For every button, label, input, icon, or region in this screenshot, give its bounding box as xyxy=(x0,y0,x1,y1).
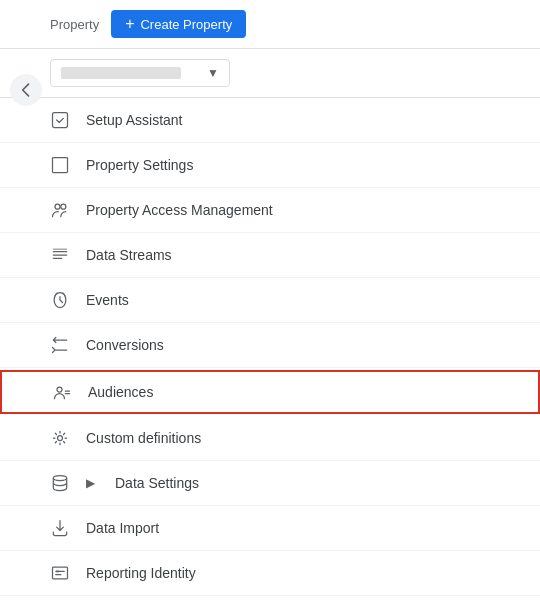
property-settings-icon xyxy=(50,155,70,175)
svg-rect-0 xyxy=(53,113,68,128)
audiences-icon xyxy=(52,382,72,402)
setup-assistant-icon xyxy=(50,110,70,130)
sidebar-item-custom-definitions[interactable]: Custom definitions xyxy=(0,416,540,461)
property-access-icon xyxy=(50,200,70,220)
sidebar-item-data-import[interactable]: Data Import xyxy=(0,506,540,551)
custom-definitions-label: Custom definitions xyxy=(86,430,201,446)
conversions-icon xyxy=(50,335,70,355)
sidebar-item-setup-assistant[interactable]: Setup Assistant xyxy=(0,98,540,143)
data-streams-label: Data Streams xyxy=(86,247,172,263)
events-icon xyxy=(50,290,70,310)
property-access-label: Property Access Management xyxy=(86,202,273,218)
sidebar-item-reporting-identity[interactable]: Reporting Identity xyxy=(0,551,540,596)
sidebar-item-property-settings[interactable]: Property Settings xyxy=(0,143,540,188)
svg-point-8 xyxy=(57,387,62,392)
data-import-icon xyxy=(50,518,70,538)
reporting-identity-label: Reporting Identity xyxy=(86,565,196,581)
top-bar: Property + Create Property xyxy=(0,0,540,49)
svg-rect-16 xyxy=(56,570,59,573)
svg-point-11 xyxy=(58,436,63,441)
back-arrow-icon xyxy=(16,80,36,100)
svg-point-2 xyxy=(55,204,60,209)
data-import-label: Data Import xyxy=(86,520,159,536)
dropdown-arrow-icon: ▼ xyxy=(207,66,219,80)
sidebar-item-audiences[interactable]: Audiences xyxy=(0,370,540,414)
reporting-identity-icon xyxy=(50,563,70,583)
conversions-label: Conversions xyxy=(86,337,164,353)
audiences-label: Audiences xyxy=(88,384,153,400)
sidebar-item-conversions[interactable]: Conversions xyxy=(0,323,540,368)
property-dropdown-row: ▼ xyxy=(0,49,540,98)
svg-point-3 xyxy=(61,204,66,209)
create-property-button[interactable]: + Create Property xyxy=(111,10,246,38)
property-label: Property xyxy=(50,17,99,32)
data-settings-icon xyxy=(50,473,70,493)
svg-point-12 xyxy=(53,476,66,481)
data-settings-expand-icon: ▶ xyxy=(86,476,95,490)
sidebar-item-events[interactable]: Events xyxy=(0,278,540,323)
svg-rect-13 xyxy=(53,567,68,579)
sidebar-item-data-settings[interactable]: ▶ Data Settings xyxy=(0,461,540,506)
sidebar-item-property-access[interactable]: Property Access Management xyxy=(0,188,540,233)
sidebar-nav: Setup Assistant Property Settings Pro xyxy=(0,98,540,596)
create-property-label: Create Property xyxy=(140,17,232,32)
setup-assistant-label: Setup Assistant xyxy=(86,112,183,128)
data-streams-icon xyxy=(50,245,70,265)
back-button[interactable] xyxy=(10,74,42,106)
selected-property-placeholder xyxy=(61,67,181,79)
property-settings-label: Property Settings xyxy=(86,157,193,173)
property-selector[interactable]: ▼ xyxy=(50,59,230,87)
sidebar-item-data-streams[interactable]: Data Streams xyxy=(0,233,540,278)
svg-rect-1 xyxy=(53,158,68,173)
data-settings-label: Data Settings xyxy=(115,475,199,491)
events-label: Events xyxy=(86,292,129,308)
custom-definitions-icon xyxy=(50,428,70,448)
plus-icon: + xyxy=(125,16,134,32)
